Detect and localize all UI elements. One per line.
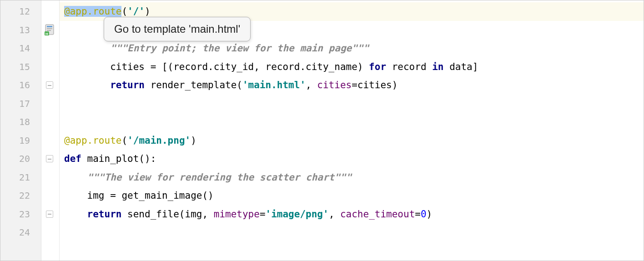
docstring: """The view for rendering the scatter ch…: [87, 172, 352, 183]
line-number[interactable]: 18: [0, 113, 41, 131]
fold-collapse-icon[interactable]: [46, 211, 53, 218]
line-number[interactable]: 20: [0, 150, 41, 168]
go-to-template-tooltip[interactable]: Go to template 'main.html': [104, 17, 251, 41]
code-editor[interactable]: 12 13 14 15 16 17 18 19 20 21 22 23 24 H: [0, 0, 644, 261]
svg-rect-2: [47, 28, 52, 29]
line-number[interactable]: 24: [0, 223, 41, 242]
code-line[interactable]: @app.route('/main.png'): [60, 131, 644, 150]
line-number[interactable]: 16: [0, 76, 41, 95]
line-number[interactable]: 17: [0, 95, 41, 113]
fold-collapse-icon[interactable]: [46, 155, 53, 162]
svg-text:H: H: [45, 31, 48, 35]
code-line[interactable]: cities = [(record.city_id, record.city_n…: [60, 58, 644, 76]
code-line[interactable]: """Entry point; the view for the main pa…: [60, 39, 644, 58]
line-number-gutter: 12 13 14 15 16 17 18 19 20 21 22 23 24: [0, 0, 41, 261]
code-line[interactable]: return send_file(img, mimetype='image/pn…: [60, 205, 644, 224]
svg-rect-1: [47, 26, 52, 27]
line-number[interactable]: 13: [0, 21, 41, 40]
code-line[interactable]: """The view for rendering the scatter ch…: [60, 168, 644, 187]
code-line[interactable]: img = get_main_image(): [60, 186, 644, 205]
code-line[interactable]: def main_plot():: [60, 150, 644, 168]
line-number[interactable]: 22: [0, 186, 41, 205]
line-number[interactable]: 14: [0, 39, 41, 58]
template-nav-icon[interactable]: H: [44, 24, 56, 36]
line-number[interactable]: 23: [0, 205, 41, 224]
docstring: """Entry point; the view for the main pa…: [110, 43, 369, 54]
decorator-text: @app.route: [64, 6, 121, 17]
decorator-text: @app.route: [64, 135, 121, 146]
fold-collapse-icon[interactable]: [46, 81, 53, 89]
line-number[interactable]: 15: [0, 58, 41, 76]
code-line[interactable]: [60, 113, 644, 131]
line-number[interactable]: 19: [0, 131, 41, 150]
code-line[interactable]: [60, 95, 644, 113]
code-area[interactable]: @app.route('/') """Entry point; the view…: [60, 0, 644, 261]
line-number[interactable]: 12: [0, 2, 41, 21]
svg-rect-3: [47, 30, 51, 31]
code-line[interactable]: [60, 223, 644, 242]
line-number[interactable]: 21: [0, 168, 41, 187]
code-line[interactable]: return render_template('main.html', citi…: [60, 76, 644, 95]
gutter-icon-column: H: [41, 0, 60, 261]
